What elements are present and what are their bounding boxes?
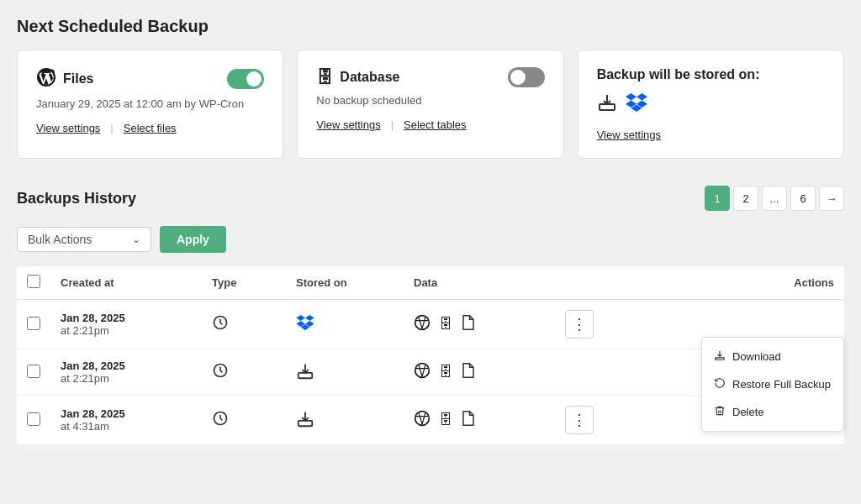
history-section-header: Backups History 1 2 ... 6 → <box>17 186 844 211</box>
history-table: Created at Type Stored on Data Actions J… <box>17 266 844 445</box>
files-card: Files January 29, 2025 at 12:00 am by WP… <box>17 50 283 159</box>
bulk-actions-dropdown[interactable]: Bulk Actions ⌄ <box>17 227 151 252</box>
row2-type-cell <box>202 349 286 396</box>
row3-data-cell: 🗄 <box>404 396 555 445</box>
pagination: 1 2 ... 6 → <box>705 186 844 211</box>
page-btn-2[interactable]: 2 <box>733 186 758 211</box>
row3-time: at 4:31am <box>61 420 192 433</box>
row2-data-cell: 🗄 <box>404 349 555 396</box>
header-data: Data <box>404 266 555 300</box>
page-btn-dots[interactable]: ... <box>762 186 787 211</box>
history-section-title: Backups History <box>17 190 136 207</box>
row3-file-icon <box>461 410 476 431</box>
row1-stored-cell <box>286 300 404 349</box>
row3-stored-cell <box>286 396 404 445</box>
dropdown-restore-item[interactable]: Restore Full Backup <box>702 370 843 398</box>
restore-menu-label: Restore Full Backup <box>732 378 831 391</box>
files-toggle[interactable] <box>227 69 264 89</box>
row3-wp-icon <box>414 410 430 431</box>
header-type: Type <box>202 266 286 300</box>
chevron-down-icon: ⌄ <box>132 234 140 245</box>
header-created-at: Created at <box>50 266 202 300</box>
restore-menu-icon <box>714 377 726 391</box>
row1-checkbox-cell <box>17 300 50 349</box>
storage-view-settings-link[interactable]: View settings <box>597 129 661 141</box>
row3-type-cell <box>202 396 286 445</box>
download-storage-icon <box>597 92 617 117</box>
actions-dropdown-menu: Download Restore Full Backup <box>701 337 844 432</box>
row3-checkbox[interactable] <box>27 412 40 426</box>
row1-data-cell: 🗄 <box>404 300 555 349</box>
row2-stored-cell <box>286 349 404 396</box>
database-card: 🗄 Database No backup scheduled View sett… <box>297 50 563 159</box>
row2-checkbox-cell <box>17 349 50 396</box>
row1-clock-icon <box>212 318 229 334</box>
page-title: Next Scheduled Backup <box>17 17 844 36</box>
row1-actions-cell: ⋮ Download <box>555 300 844 349</box>
files-card-subtitle: January 29, 2025 at 12:00 am by WP-Cron <box>36 97 264 110</box>
scheduled-backup-cards: Files January 29, 2025 at 12:00 am by WP… <box>17 50 844 159</box>
db-select-link[interactable]: Select tables <box>404 118 466 131</box>
dropdown-delete-item[interactable]: Delete <box>702 398 843 426</box>
row1-time: at 2:21pm <box>61 324 192 337</box>
header-checkbox-col <box>17 266 50 300</box>
row2-date-cell: Jan 28, 2025 at 2:21pm <box>50 349 202 396</box>
row2-download-icon <box>296 370 314 383</box>
storage-icons-row <box>597 92 825 117</box>
download-menu-label: Download <box>732 350 781 363</box>
row3-date: Jan 28, 2025 <box>61 407 192 420</box>
svg-rect-6 <box>716 358 725 360</box>
files-links-separator: | <box>110 122 113 134</box>
header-actions: Actions <box>555 266 844 300</box>
database-card-title: Database <box>340 70 399 85</box>
row2-clock-icon <box>212 365 229 382</box>
files-select-link[interactable]: Select files <box>124 122 177 134</box>
row3-actions-button[interactable]: ⋮ <box>565 406 594 434</box>
apply-button[interactable]: Apply <box>160 226 226 253</box>
row1-dropbox-icon <box>296 317 314 333</box>
row1-file-icon <box>461 314 476 335</box>
row2-wp-icon <box>414 362 430 383</box>
row3-checkbox-cell <box>17 396 50 445</box>
header-stored-on: Stored on <box>286 266 404 300</box>
bulk-actions-label: Bulk Actions <box>28 233 127 246</box>
database-toggle[interactable] <box>508 67 545 87</box>
history-toolbar: Bulk Actions ⌄ Apply <box>17 226 844 253</box>
delete-menu-label: Delete <box>732 406 764 418</box>
database-card-subtitle: No backup scheduled <box>316 94 544 107</box>
files-view-settings-link[interactable]: View settings <box>36 122 100 134</box>
row3-download-icon <box>296 417 314 431</box>
table-row: Jan 28, 2025 at 2:21pm <box>17 300 844 349</box>
dropbox-storage-icon <box>626 93 647 117</box>
trash-menu-icon <box>714 405 726 419</box>
row1-actions-button[interactable]: ⋮ <box>565 310 594 339</box>
files-card-title: Files <box>63 71 93 87</box>
row2-db-icon: 🗄 <box>439 365 452 380</box>
wordpress-icon <box>36 67 56 91</box>
page-btn-6[interactable]: 6 <box>790 186 816 211</box>
row2-checkbox[interactable] <box>27 365 40 378</box>
row2-file-icon <box>461 362 476 383</box>
row1-date: Jan 28, 2025 <box>61 312 192 324</box>
row3-date-cell: Jan 28, 2025 at 4:31am <box>50 396 202 445</box>
page-btn-1[interactable]: 1 <box>705 186 730 211</box>
database-icon: 🗄 <box>316 68 333 87</box>
storage-card: Backup will be stored on: <box>578 50 844 159</box>
db-view-settings-link[interactable]: View settings <box>316 118 380 131</box>
page-btn-next[interactable]: → <box>819 186 844 211</box>
row1-checkbox[interactable] <box>27 317 40 330</box>
select-all-checkbox[interactable] <box>27 275 40 288</box>
row1-db-icon: 🗄 <box>439 317 452 332</box>
dropdown-download-item[interactable]: Download <box>702 343 843 370</box>
db-links-separator: | <box>391 118 394 131</box>
row1-type-cell <box>202 300 286 349</box>
history-table-container: Created at Type Stored on Data Actions J… <box>17 266 844 445</box>
row3-clock-icon <box>212 413 229 430</box>
row2-date: Jan 28, 2025 <box>61 360 192 372</box>
row1-wp-icon <box>414 314 430 335</box>
row3-db-icon: 🗄 <box>439 412 452 428</box>
download-menu-icon <box>714 349 726 364</box>
row2-time: at 2:21pm <box>61 372 192 385</box>
row1-date-cell: Jan 28, 2025 at 2:21pm <box>50 300 202 349</box>
storage-card-title: Backup will be stored on: <box>597 67 760 82</box>
